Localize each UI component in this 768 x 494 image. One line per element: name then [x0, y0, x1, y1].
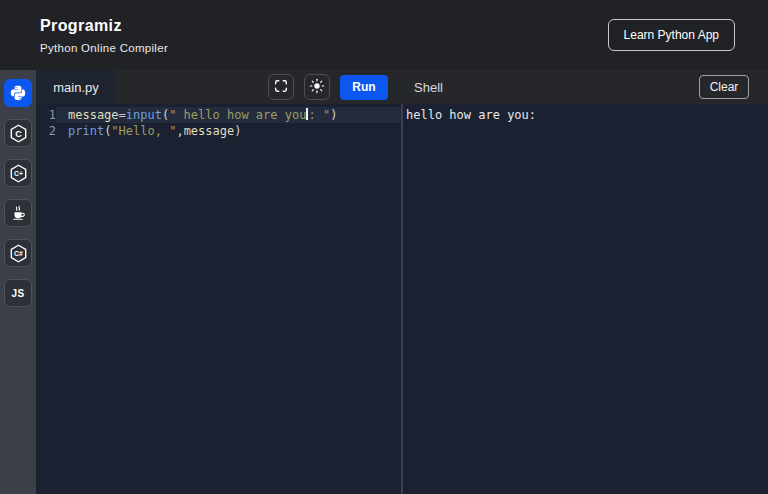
sidebar-item-csharp[interactable]: C#	[4, 239, 32, 267]
line-number: 1	[36, 107, 56, 123]
page-title: Python Online Compiler	[40, 42, 168, 54]
header: Programiz Python Online Compiler Learn P…	[0, 0, 768, 70]
csharp-icon: C#	[9, 244, 28, 263]
code-text: message=input(" hello how are you: ")	[56, 107, 401, 123]
programiz-logo-text: Programiz	[40, 17, 122, 34]
sidebar-item-javascript[interactable]: JS	[4, 279, 32, 307]
workspace: main.py	[36, 70, 768, 494]
line-number: 2	[36, 123, 56, 139]
c-icon: C	[9, 124, 28, 143]
svg-text:C#: C#	[14, 249, 23, 256]
programiz-logo[interactable]: Programiz	[40, 17, 168, 35]
code-line: 1message=input(" hello how are you: ")	[36, 107, 401, 123]
code-editor[interactable]: 1message=input(" hello how are you: ")2p…	[36, 104, 403, 494]
shell-panel-title: Shell	[414, 80, 443, 95]
sidebar-item-python[interactable]	[4, 79, 32, 107]
js-icon: JS	[11, 288, 24, 299]
sidebar-item-java[interactable]	[4, 199, 32, 227]
cpp-icon: C+	[9, 164, 28, 183]
shell-output-panel[interactable]: hello how are you:	[403, 104, 768, 494]
java-icon	[9, 204, 27, 222]
clear-button[interactable]: Clear	[699, 75, 749, 99]
brightness-sun-icon	[309, 78, 325, 97]
shell-output-text: hello how are you:	[406, 108, 536, 122]
panels: 1message=input(" hello how are you: ")2p…	[36, 104, 768, 494]
python-icon	[9, 84, 27, 102]
fullscreen-button[interactable]	[268, 74, 294, 100]
theme-toggle-button[interactable]	[304, 74, 330, 100]
toolbar-actions: Run	[268, 74, 388, 100]
run-button[interactable]: Run	[340, 75, 388, 100]
logo-block: Programiz Python Online Compiler	[40, 17, 168, 54]
toolbar: main.py	[36, 70, 768, 104]
app-window: Programiz Python Online Compiler Learn P…	[0, 0, 768, 494]
tab-label: main.py	[53, 80, 99, 95]
svg-text:C: C	[15, 128, 22, 138]
main-area: CC+C#JS main.py	[0, 70, 768, 494]
editor-toolbar: main.py	[36, 70, 403, 104]
svg-text:C+: C+	[14, 169, 23, 176]
code-text: print("Hello, ",message)	[56, 123, 401, 139]
language-sidebar: CC+C#JS	[0, 70, 36, 494]
code-line: 2print("Hello, ",message)	[36, 123, 401, 139]
tab-main-py[interactable]: main.py	[36, 70, 116, 104]
sidebar-item-c[interactable]: C	[4, 119, 32, 147]
fullscreen-icon	[273, 78, 289, 97]
learn-python-app-button[interactable]: Learn Python App	[608, 19, 735, 51]
sidebar-item-cpp[interactable]: C+	[4, 159, 32, 187]
shell-toolbar: Shell Clear	[403, 70, 768, 104]
